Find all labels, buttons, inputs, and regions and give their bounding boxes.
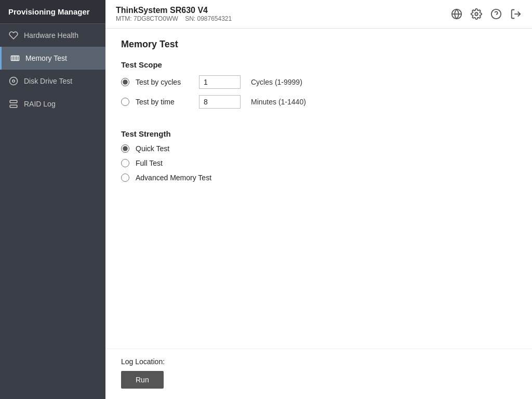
advanced-test-label[interactable]: Advanced Memory Test (136, 174, 211, 182)
sidebar-item-raid-log[interactable]: RAID Log (0, 92, 105, 115)
time-radio[interactable] (121, 98, 129, 106)
run-button[interactable]: Run (121, 371, 164, 389)
svg-point-6 (12, 80, 15, 83)
quick-test-label[interactable]: Quick Test (136, 144, 193, 153)
sidebar: Provisioning Manager Hardware Health Mem… (0, 0, 105, 399)
device-meta: MTM: 7DG8CTO0WW SN: 0987654321 (116, 15, 232, 22)
page-title: Memory Test (121, 39, 516, 50)
full-test-radio[interactable] (121, 159, 129, 167)
time-label[interactable]: Test by time (136, 98, 193, 106)
sidebar-item-disk-drive-test[interactable]: Disk Drive Test (0, 70, 105, 92)
sidebar-title: Provisioning Manager (0, 0, 105, 24)
raid-icon (8, 99, 19, 109)
content-area: Memory Test Test Scope Test by cycles Cy… (105, 29, 532, 349)
sidebar-item-label: Memory Test (25, 54, 67, 62)
help-icon[interactable] (490, 8, 502, 20)
header: ThinkSystem SR630 V4 MTM: 7DG8CTO0WW SN:… (105, 0, 532, 29)
full-test-row: Full Test (121, 159, 516, 167)
sidebar-item-hardware-health[interactable]: Hardware Health (0, 24, 105, 47)
main-panel: ThinkSystem SR630 V4 MTM: 7DG8CTO0WW SN:… (105, 0, 532, 399)
disk-icon (8, 76, 19, 86)
sidebar-item-label: RAID Log (24, 100, 56, 108)
svg-point-13 (475, 12, 478, 16)
memory-icon (10, 53, 20, 63)
cycles-label[interactable]: Test by cycles (136, 78, 193, 86)
time-input[interactable] (199, 95, 241, 109)
header-icons (451, 8, 522, 20)
svg-rect-8 (10, 105, 17, 108)
time-row: Test by time Minutes (1-1440) (121, 95, 516, 109)
full-test-label[interactable]: Full Test (136, 159, 193, 167)
settings-icon[interactable] (471, 8, 482, 20)
device-name: ThinkSystem SR630 V4 (116, 6, 232, 15)
test-scope-title: Test Scope (121, 60, 516, 69)
sidebar-item-label: Disk Drive Test (24, 77, 72, 85)
cycles-input[interactable] (199, 75, 241, 89)
test-scope-section: Test Scope Test by cycles Cycles (1-9999… (121, 60, 516, 115)
exit-icon[interactable] (510, 8, 522, 20)
advanced-test-radio[interactable] (121, 174, 129, 182)
cycles-row: Test by cycles Cycles (1-9999) (121, 75, 516, 89)
cycles-radio[interactable] (121, 78, 129, 86)
log-location-label: Log Location: (121, 357, 516, 366)
svg-point-5 (10, 77, 18, 85)
quick-test-row: Quick Test (121, 144, 516, 153)
advanced-test-row: Advanced Memory Test (121, 174, 516, 182)
header-info: ThinkSystem SR630 V4 MTM: 7DG8CTO0WW SN:… (116, 6, 232, 22)
sidebar-item-memory-test[interactable]: Memory Test (0, 47, 105, 70)
globe-icon[interactable] (451, 8, 462, 20)
quick-test-radio[interactable] (121, 144, 129, 153)
sidebar-item-label: Hardware Health (24, 31, 78, 39)
cycles-unit: Cycles (1-9999) (251, 78, 302, 86)
heart-icon (8, 30, 19, 41)
svg-rect-7 (10, 100, 17, 103)
time-unit: Minutes (1-1440) (251, 98, 306, 106)
test-strength-section: Test Strength Quick Test Full Test Advan… (121, 129, 516, 188)
test-strength-title: Test Strength (121, 129, 516, 138)
footer: Log Location: Run (105, 349, 532, 399)
